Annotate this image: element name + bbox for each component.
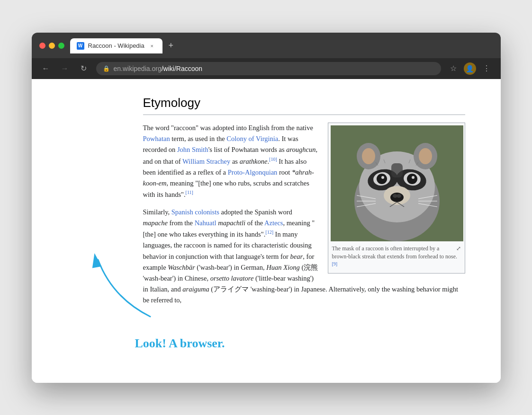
wiki-article: Etymology [39, 79, 494, 327]
maximize-button[interactable] [58, 43, 64, 49]
link-aztecs[interactable]: Aztecs [264, 219, 283, 227]
address-bar: ← → ↻ 🔒 en.wikipedia.org/wiki/Raccoon ☆ … [32, 58, 501, 79]
cite-12[interactable]: [12] [265, 230, 273, 235]
link-william-strachey[interactable]: William Strachey [182, 157, 230, 165]
title-bar: W Raccoon - Wikipedia × + [32, 33, 501, 58]
tab-title: Raccoon - Wikipedia [88, 42, 144, 49]
url-path: /wiki/Raccoon [162, 65, 202, 72]
section-title: Etymology [143, 93, 465, 115]
url-text: en.wikipedia.org/wiki/Raccoon [114, 65, 203, 72]
url-domain: en.wikipedia.org [114, 65, 162, 72]
link-john-smith[interactable]: John Smith [177, 146, 208, 153]
window-controls [39, 43, 64, 49]
link-nahuatl[interactable]: Nahuatl [195, 219, 216, 227]
link-powhatan[interactable]: Powhatan [143, 135, 170, 142]
svg-point-10 [381, 176, 384, 179]
svg-point-21 [419, 148, 432, 164]
link-colony-virginia[interactable]: Colony of Virginia [226, 135, 278, 142]
cite-10[interactable]: [10] [269, 157, 277, 162]
svg-rect-22 [391, 163, 403, 177]
svg-point-11 [412, 176, 415, 179]
svg-point-13 [390, 193, 404, 202]
forward-button[interactable]: → [58, 62, 72, 75]
new-tab-button[interactable]: + [164, 39, 178, 53]
tab-close-button[interactable]: × [148, 42, 156, 50]
figure-citation[interactable]: [9] [332, 261, 338, 266]
bookmark-button[interactable]: ☆ [447, 62, 460, 75]
figure-box: ⤢ The mask of a raccoon is often interru… [328, 123, 465, 274]
back-button[interactable]: ← [39, 62, 53, 75]
toolbar-actions: ☆ 👤 ⋮ [447, 62, 493, 75]
url-bar[interactable]: 🔒 en.wikipedia.org/wiki/Raccoon [96, 62, 441, 75]
avatar[interactable]: 👤 [464, 62, 476, 75]
svg-point-8 [377, 174, 387, 184]
tab-favicon: W [77, 42, 84, 50]
raccoon-image [331, 125, 463, 241]
tabs-row: W Raccoon - Wikipedia × + [70, 38, 178, 53]
browser-window: W Raccoon - Wikipedia × + ← → ↻ 🔒 en.wik… [32, 33, 501, 383]
link-proto-algonquian[interactable]: Proto-Algonquian [228, 168, 278, 176]
page-content: Etymology [32, 79, 501, 383]
menu-button[interactable]: ⋮ [480, 62, 493, 75]
lock-icon: 🔒 [103, 65, 110, 72]
link-spanish-colonists[interactable]: Spanish colonists [171, 208, 219, 216]
active-tab[interactable]: W Raccoon - Wikipedia × [70, 38, 162, 53]
figure-caption: ⤢ The mask of a raccoon is often interru… [331, 244, 462, 271]
reload-button[interactable]: ↻ [77, 62, 90, 75]
svg-point-15 [397, 194, 401, 198]
close-button[interactable] [39, 43, 45, 49]
expand-icon[interactable]: ⤢ [456, 245, 461, 253]
svg-point-9 [407, 174, 417, 184]
svg-point-19 [362, 148, 375, 164]
cite-11[interactable]: [11] [186, 190, 193, 195]
minimize-button[interactable] [49, 43, 55, 49]
